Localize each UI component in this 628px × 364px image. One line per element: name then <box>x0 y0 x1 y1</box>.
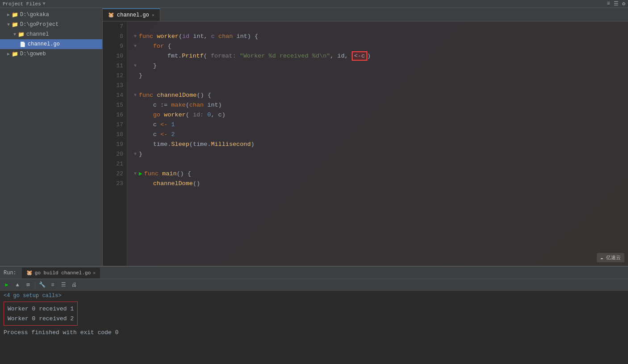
code-line-22: ▼ ▶ func main() { <box>132 169 628 178</box>
panel-content[interactable]: <4 go setup calls> Worker 0 received 1 W… <box>0 291 628 364</box>
arrow-right-icon: ▶ <box>7 12 10 17</box>
run-tab-icon: 🐹 <box>26 270 33 276</box>
run-button[interactable]: ▶ <box>2 280 12 290</box>
list2-button[interactable]: ☰ <box>58 280 68 290</box>
panel-tab-label: go build channel.go <box>35 270 91 276</box>
output-box: Worker 0 received 1 Worker 0 received 2 <box>4 302 78 326</box>
code-line-8: ▼ func worker(id int, c chan int) { <box>132 31 628 41</box>
folder-icon: 📁 <box>18 31 25 38</box>
line-num-10: 10 <box>103 51 127 61</box>
arrow-down-icon: ▼ <box>13 32 16 37</box>
sidebar-item-channel-dir[interactable]: ▼ 📁 channel <box>0 29 102 39</box>
code-line-18: c <- 2 <box>132 129 628 139</box>
fold-icon-8[interactable]: ▼ <box>132 34 139 39</box>
expand-button[interactable]: ⊞ <box>23 280 33 290</box>
output-line-1: Worker 0 received 1 <box>8 304 74 314</box>
sidebar-item-channel-go[interactable]: 📄 channel.go <box>0 39 102 49</box>
code-line-7 <box>132 21 628 31</box>
sidebar-item-label: D:\goProject <box>20 21 58 28</box>
code-line-14: ▼ func channelDome() { <box>132 90 628 100</box>
tab-label: channel.go <box>117 12 149 18</box>
dropdown-arrow[interactable]: ▼ <box>43 1 46 6</box>
project-files-label: Project Files <box>3 1 41 7</box>
gear-icon[interactable]: ⚙ <box>622 0 625 7</box>
scroll-up-button[interactable]: ▲ <box>12 280 22 290</box>
code-line-15: c := make(chan int) <box>132 100 628 110</box>
line-num-21: 21 <box>103 159 127 169</box>
fold-icon-9[interactable]: ▼ <box>132 44 139 49</box>
code-line-10: fmt.Printf( format: "Worker %d received … <box>132 51 628 61</box>
line-num-15: 15 <box>103 100 127 110</box>
folder-icon: 📁 <box>12 51 18 58</box>
line-num-8: 8 <box>103 31 127 41</box>
line-num-12: 12 <box>103 70 127 80</box>
line-numbers: 7 8 9 10 11 12 13 14 15 16 17 18 19 20 2… <box>103 21 127 266</box>
file-icon: 📄 <box>20 41 26 47</box>
folder-icon: 📁 <box>12 21 18 28</box>
sidebar-item-label: D:\goweb <box>20 51 46 57</box>
editor-area: 🐹 channel.go ✕ 7 8 9 10 11 12 13 14 15 <box>103 8 628 266</box>
line-num-16: 16 <box>103 110 127 120</box>
list-button[interactable]: ≡ <box>48 280 58 290</box>
top-bar: Project Files ▼ ≡ ☰ ⚙ <box>0 0 628 8</box>
panel-tab-close-icon[interactable]: ✕ <box>93 270 96 276</box>
sidebar: ▶ 📁 D:\gokaka ▼ 📁 D:\goProject ▼ 📁 ch <box>0 8 103 266</box>
code-line-13 <box>132 80 628 90</box>
setup-calls: <4 go setup calls> <box>4 292 624 300</box>
watermark: ☁ 亿速云 <box>597 253 624 262</box>
output-line-2: Worker 0 received 2 <box>8 314 74 323</box>
sidebar-tree: ▶ 📁 D:\gokaka ▼ 📁 D:\goProject ▼ 📁 ch <box>0 8 102 266</box>
panel-tab-build[interactable]: 🐹 go build channel.go ✕ <box>22 268 100 278</box>
line-num-23: 23 <box>103 178 127 188</box>
line-num-17: 17 <box>103 120 127 129</box>
print-button[interactable]: 🖨 <box>69 280 79 290</box>
top-bar-icons: ≡ ☰ ⚙ <box>607 0 625 7</box>
list-icon[interactable]: ≡ <box>607 0 610 7</box>
file-tab-icon: 🐹 <box>108 12 114 18</box>
line-num-9: 9 <box>103 41 127 51</box>
wrench-button[interactable]: 🔧 <box>37 280 47 290</box>
code-line-12: } <box>132 70 628 80</box>
code-line-19: time.Sleep(time.Millisecond) <box>132 139 628 149</box>
sidebar-item-dgokaka[interactable]: ▶ 📁 D:\gokaka <box>0 10 102 20</box>
fold-icon-20[interactable]: ▼ <box>132 152 139 157</box>
code-content: 7 8 9 10 11 12 13 14 15 16 17 18 19 20 2… <box>103 21 628 266</box>
folder-icon: 📁 <box>12 12 18 18</box>
tab-close-icon[interactable]: ✕ <box>152 12 154 18</box>
fold-icon-11[interactable]: ▼ <box>132 63 139 68</box>
line-num-20: 20 <box>103 149 127 159</box>
code-line-21 <box>132 159 628 169</box>
panel-toolbar: ▶ ▲ ⊞ 🔧 ≡ ☰ 🖨 <box>0 279 628 291</box>
sidebar-item-label: channel.go <box>28 41 60 47</box>
exit-message: Process finished with exit code 0 <box>4 327 624 338</box>
arrow-right-icon: ▶ <box>7 51 10 57</box>
highlight-arrow-c: <-c <box>352 51 367 61</box>
code-line-20: ▼ } <box>132 149 628 159</box>
sidebar-item-label: D:\gokaka <box>20 12 49 18</box>
sidebar-item-dgoproject[interactable]: ▼ 📁 D:\goProject <box>0 20 102 29</box>
main-layout: ▶ 📁 D:\gokaka ▼ 📁 D:\goProject ▼ 📁 ch <box>0 8 628 266</box>
code-editor[interactable]: 7 8 9 10 11 12 13 14 15 16 17 18 19 20 2… <box>103 21 628 266</box>
line-num-22: 22 <box>103 169 127 178</box>
tab-bar: 🐹 channel.go ✕ <box>103 8 628 21</box>
code-line-23: channelDome() <box>132 178 628 188</box>
fold-icon-22[interactable]: ▼ <box>132 171 139 176</box>
code-line-11: ▼ } <box>132 61 628 70</box>
code-line-17: c <- 1 <box>132 120 628 129</box>
line-num-11: 11 <box>103 61 127 70</box>
list2-icon[interactable]: ☰ <box>614 0 619 7</box>
tab-channel-go[interactable]: 🐹 channel.go ✕ <box>103 8 160 21</box>
run-label: Run: <box>4 270 17 276</box>
sidebar-item-label: channel <box>26 31 49 37</box>
panel-tab-bar: Run: 🐹 go build channel.go ✕ <box>0 267 628 279</box>
arrow-down-icon: ▼ <box>7 22 10 27</box>
line-num-14: 14 <box>103 90 127 100</box>
line-num-7: 7 <box>103 21 127 31</box>
code-lines: ▼ func worker(id int, c chan int) { ▼ fo… <box>127 21 628 266</box>
fold-icon-14[interactable]: ▼ <box>132 93 139 98</box>
code-line-9: ▼ for { <box>132 41 628 51</box>
sidebar-item-dgoweb[interactable]: ▶ 📁 D:\goweb <box>0 49 102 59</box>
bottom-panel: Run: 🐹 go build channel.go ✕ ▶ ▲ ⊞ 🔧 ≡ ☰… <box>0 266 628 364</box>
line-num-18: 18 <box>103 129 127 139</box>
separator <box>35 281 35 289</box>
